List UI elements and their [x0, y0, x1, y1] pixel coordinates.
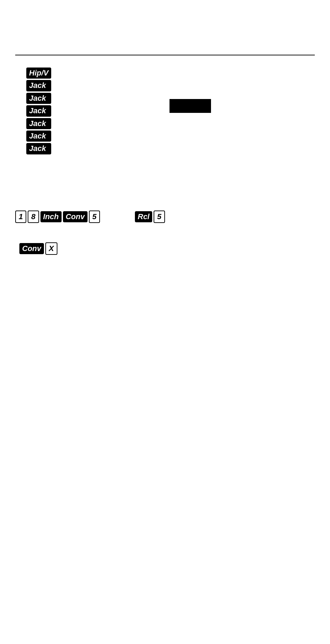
black-rectangle — [169, 99, 211, 113]
key-8[interactable]: 8 — [28, 211, 39, 223]
key-badge-jack-1[interactable]: Jack — [26, 80, 51, 91]
key-conv-1[interactable]: Conv — [63, 211, 88, 222]
key-badge-jack-2[interactable]: Jack — [26, 93, 51, 104]
key-sequence-row-3: Conv X — [19, 242, 57, 255]
key-5-row1[interactable]: 5 — [89, 211, 100, 223]
key-5-row2[interactable]: 5 — [154, 211, 165, 223]
key-badge-jack-4[interactable]: Jack — [26, 118, 51, 129]
key-conv-2[interactable]: Conv — [19, 243, 44, 254]
key-1[interactable]: 1 — [15, 211, 26, 223]
key-badge-jack-3[interactable]: Jack — [26, 105, 51, 116]
key-list: Hip/V Jack Jack Jack Jack Jack Jack — [26, 68, 51, 154]
key-inch[interactable]: Inch — [40, 211, 62, 222]
key-sequence-row-1: 1 8 Inch Conv 5 — [15, 211, 100, 223]
key-rcl[interactable]: Rcl — [135, 211, 152, 222]
horizontal-divider — [15, 55, 315, 55]
key-badge-jack-5[interactable]: Jack — [26, 131, 51, 142]
key-badge-hipv[interactable]: Hip/V — [26, 68, 51, 79]
key-badge-jack-6[interactable]: Jack — [26, 143, 51, 154]
key-sequence-row-2: Rcl 5 — [135, 211, 165, 223]
key-x[interactable]: X — [45, 242, 57, 255]
